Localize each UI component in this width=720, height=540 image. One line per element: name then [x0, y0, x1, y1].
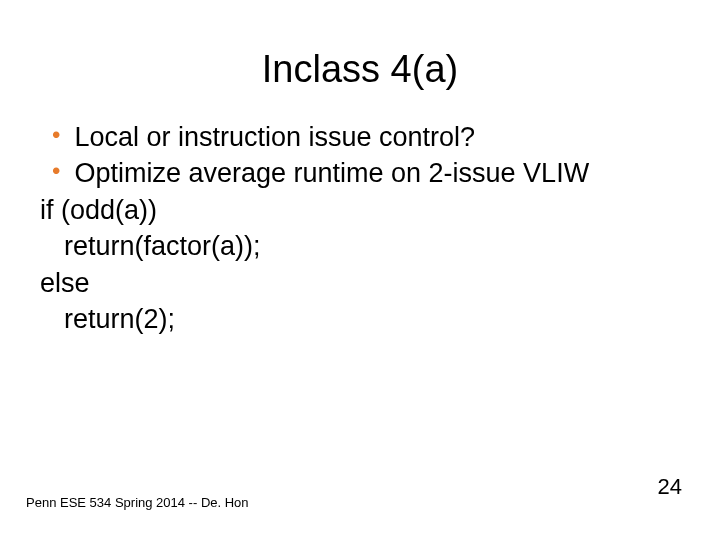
list-item: • Local or instruction issue control? [40, 119, 680, 155]
page-number: 24 [658, 474, 682, 500]
code-line: return(factor(a)); [40, 228, 680, 264]
bullet-text: Local or instruction issue control? [74, 119, 475, 155]
slide-body: • Local or instruction issue control? • … [0, 119, 720, 338]
bullet-icon: • [40, 155, 74, 187]
list-item: • Optimize average runtime on 2-issue VL… [40, 155, 680, 191]
slide: Inclass 4(a) • Local or instruction issu… [0, 0, 720, 540]
bullet-icon: • [40, 119, 74, 151]
code-line: if (odd(a)) [40, 192, 680, 228]
code-line: return(2); [40, 301, 680, 337]
bullet-text: Optimize average runtime on 2-issue VLIW [74, 155, 589, 191]
code-line: else [40, 265, 680, 301]
slide-title: Inclass 4(a) [0, 0, 720, 119]
footer-text: Penn ESE 534 Spring 2014 -- De. Hon [26, 495, 249, 510]
bullet-list: • Local or instruction issue control? • … [40, 119, 680, 192]
